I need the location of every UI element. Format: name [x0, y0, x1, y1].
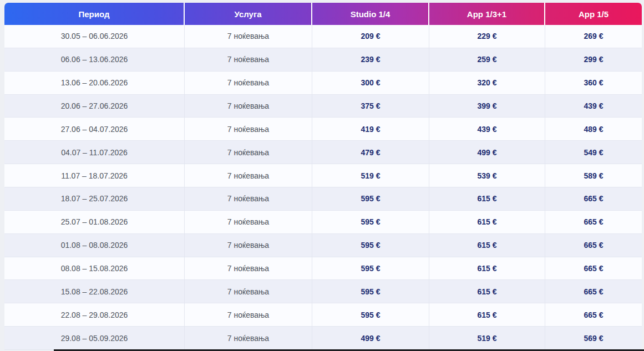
table-row: 06.06 – 13.06.20267 ноќевања239 €259 €29… — [4, 48, 642, 72]
cell-service: 7 ноќевања — [185, 118, 312, 140]
cell-period: 11.07 – 18.07.2026 — [4, 164, 185, 187]
cell-price-studio-1-4: 519 € — [312, 164, 429, 187]
column-header-app-1-5: App 1/5 — [545, 3, 642, 25]
cell-price-app-1-3-1: 229 € — [429, 25, 545, 48]
cell-service: 7 ноќевања — [185, 280, 312, 303]
cell-price-studio-1-4: 595 € — [312, 211, 429, 233]
cell-service: 7 ноќевања — [185, 327, 312, 349]
cell-price-app-1-3-1: 399 € — [429, 95, 545, 118]
cell-price-app-1-5: 589 € — [545, 164, 642, 187]
table-row: 11.07 – 18.07.20267 ноќевања519 €539 €58… — [4, 164, 642, 187]
table-row: 15.08 – 22.08.20267 ноќевања595 €615 €66… — [4, 280, 642, 303]
page: Период Услуга Studio 1/4 App 1/3+1 App 1… — [0, 0, 644, 351]
cell-price-app-1-5: 299 € — [545, 48, 642, 71]
cell-period: 25.07 – 01.08.2026 — [4, 211, 185, 233]
cell-period: 30.05 – 06.06.2026 — [4, 25, 185, 48]
cell-price-studio-1-4: 595 € — [312, 234, 429, 257]
table-row: 27.06 – 04.07.20267 ноќевања419 €439 €48… — [4, 118, 642, 141]
cell-period: 20.06 – 27.06.2026 — [4, 95, 185, 118]
cell-price-app-1-5: 569 € — [545, 327, 642, 349]
cell-service: 7 ноќевања — [185, 187, 312, 210]
cell-period: 18.07 – 25.07.2026 — [4, 187, 185, 210]
column-header-period: Период — [4, 3, 185, 25]
cell-price-app-1-3-1: 615 € — [429, 187, 545, 210]
table-row: 18.07 – 25.07.20267 ноќевања595 €615 €66… — [4, 187, 642, 211]
table-row: 08.08 – 15.08.20267 ноќевања595 €615 €66… — [4, 257, 642, 281]
cell-price-studio-1-4: 595 € — [312, 280, 429, 303]
cell-price-app-1-3-1: 519 € — [429, 327, 545, 349]
cell-price-app-1-5: 360 € — [545, 72, 642, 94]
cell-price-studio-1-4: 419 € — [312, 118, 429, 140]
cell-period: 22.08 – 29.08.2026 — [4, 303, 185, 326]
cell-service: 7 ноќевања — [185, 25, 312, 48]
cell-price-app-1-3-1: 320 € — [429, 72, 545, 94]
cell-price-app-1-5: 269 € — [545, 25, 642, 48]
cell-price-studio-1-4: 595 € — [312, 303, 429, 326]
cell-service: 7 ноќевања — [185, 234, 312, 257]
table-row: 30.05 – 06.06.20267 ноќевања209 €229 €26… — [4, 25, 642, 48]
cell-price-app-1-3-1: 259 € — [429, 48, 545, 71]
cell-service: 7 ноќевања — [185, 257, 312, 280]
cell-period: 27.06 – 04.07.2026 — [4, 118, 185, 140]
table-row: 22.08 – 29.08.20267 ноќевања595 €615 €66… — [4, 303, 642, 327]
cell-price-app-1-3-1: 439 € — [429, 118, 545, 140]
cell-price-app-1-3-1: 615 € — [429, 257, 545, 280]
column-header-service: Услуга — [185, 3, 312, 25]
cell-service: 7 ноќевања — [185, 48, 312, 71]
cell-price-app-1-5: 665 € — [545, 211, 642, 233]
cell-price-studio-1-4: 209 € — [312, 25, 429, 48]
price-table: Период Услуга Studio 1/4 App 1/3+1 App 1… — [4, 3, 642, 350]
cell-price-studio-1-4: 239 € — [312, 48, 429, 71]
cell-period: 15.08 – 22.08.2026 — [4, 280, 185, 303]
cell-price-app-1-5: 665 € — [545, 280, 642, 303]
cell-price-app-1-5: 665 € — [545, 303, 642, 326]
table-row: 29.08 – 05.09.20267 ноќевања499 €519 €56… — [4, 327, 642, 350]
cell-period: 04.07 – 11.07.2026 — [4, 141, 185, 164]
cell-service: 7 ноќевања — [185, 72, 312, 94]
cell-service: 7 ноќевања — [185, 164, 312, 187]
table-row: 20.06 – 27.06.20267 ноќевања375 €399 €43… — [4, 95, 642, 118]
table-row: 04.07 – 11.07.20267 ноќевања479 €499 €54… — [4, 141, 642, 164]
cell-price-app-1-5: 549 € — [545, 141, 642, 164]
table-body: 30.05 – 06.06.20267 ноќевања209 €229 €26… — [4, 25, 642, 350]
cell-price-studio-1-4: 595 € — [312, 187, 429, 210]
cell-price-app-1-5: 665 € — [545, 234, 642, 257]
cell-price-studio-1-4: 499 € — [312, 327, 429, 349]
cell-service: 7 ноќевања — [185, 141, 312, 164]
cell-price-app-1-3-1: 539 € — [429, 164, 545, 187]
column-header-studio-1-4: Studio 1/4 — [312, 3, 429, 25]
cell-period: 08.08 – 15.08.2026 — [4, 257, 185, 280]
cell-price-app-1-3-1: 615 € — [429, 234, 545, 257]
cell-price-studio-1-4: 479 € — [312, 141, 429, 164]
cell-period: 13.06 – 20.06.2026 — [4, 72, 185, 94]
cell-price-app-1-5: 665 € — [545, 187, 642, 210]
cell-price-app-1-3-1: 615 € — [429, 280, 545, 303]
cell-period: 29.08 – 05.09.2026 — [4, 327, 185, 349]
cell-period: 06.06 – 13.06.2026 — [4, 48, 185, 71]
cell-price-app-1-5: 439 € — [545, 95, 642, 118]
cell-price-studio-1-4: 595 € — [312, 257, 429, 280]
cell-service: 7 ноќевања — [185, 211, 312, 233]
cell-price-studio-1-4: 300 € — [312, 72, 429, 94]
column-header-app-1-3-1: App 1/3+1 — [429, 3, 545, 25]
table-header-row: Период Услуга Studio 1/4 App 1/3+1 App 1… — [4, 3, 642, 25]
cell-service: 7 ноќевања — [185, 95, 312, 118]
cell-service: 7 ноќевања — [185, 303, 312, 326]
cell-price-app-1-5: 665 € — [545, 257, 642, 280]
cell-price-studio-1-4: 375 € — [312, 95, 429, 118]
table-row: 25.07 – 01.08.20267 ноќевања595 €615 €66… — [4, 211, 642, 234]
cell-price-app-1-3-1: 499 € — [429, 141, 545, 164]
cell-price-app-1-5: 489 € — [545, 118, 642, 140]
cell-price-app-1-3-1: 615 € — [429, 211, 545, 233]
table-row: 01.08 – 08.08.20267 ноќевања595 €615 €66… — [4, 234, 642, 257]
table-row: 13.06 – 20.06.20267 ноќевања300 €320 €36… — [4, 72, 642, 95]
cell-price-app-1-3-1: 615 € — [429, 303, 545, 326]
cell-period: 01.08 – 08.08.2026 — [4, 234, 185, 257]
